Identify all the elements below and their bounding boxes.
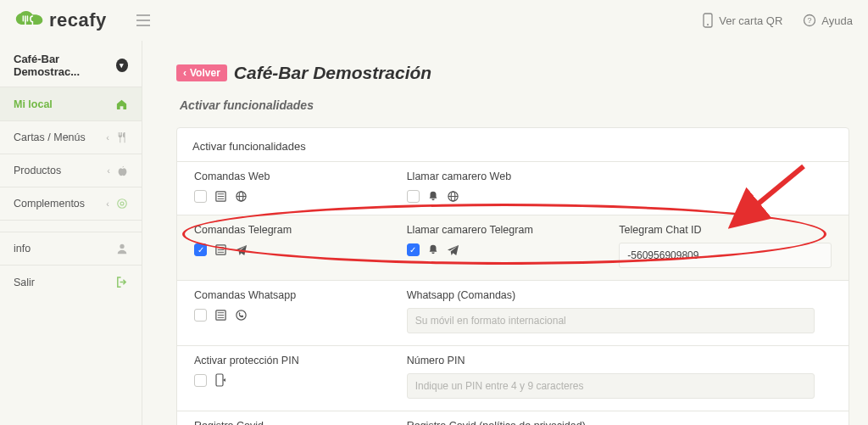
feature-row-pin: Activar protección PIN Número PIN (177, 345, 849, 411)
checkbox-pin[interactable] (194, 374, 207, 387)
whatsapp-icon (234, 308, 248, 322)
back-button[interactable]: ‹ Volver (176, 64, 227, 81)
checkbox-camarero-web[interactable] (407, 190, 420, 203)
checkbox-camarero-telegram[interactable]: ✓ (407, 243, 420, 256)
svg-point-7 (707, 24, 709, 25)
pin-input[interactable] (407, 373, 815, 399)
feature-row-covid: Registro Covid Registro Covid (política … (177, 411, 849, 425)
brand-name: recafy (49, 9, 107, 31)
globe-icon (234, 189, 248, 203)
location-name: Café-Bar Demostrac... (14, 53, 116, 78)
view-qr-menu-label: Ver carta QR (719, 14, 782, 27)
back-button-label: Volver (190, 67, 220, 79)
chevron-left-icon: ‹ (106, 132, 109, 143)
feature-row-web: Comandas Web Llamar camarero Web (177, 161, 849, 215)
feature-label: Activar protección PIN (194, 355, 407, 366)
feature-label: Comandas Whatsapp (194, 289, 407, 301)
nav-item-label: Productos (14, 165, 61, 176)
svg-point-31 (236, 310, 245, 319)
location-switcher[interactable]: Café-Bar Demostrac... ▾ (0, 41, 142, 87)
chevron-left-icon: ‹ (106, 199, 109, 209)
feature-label: Comandas Web (194, 171, 407, 182)
nav-item-mi-local[interactable]: Mi local (0, 87, 142, 120)
sidebar-toggle[interactable] (136, 14, 151, 26)
nav-item-label: Complementos (14, 198, 85, 210)
utensils-icon (116, 131, 128, 143)
bell-icon (426, 243, 440, 256)
feature-row-whatsapp: Comandas Whatsapp Whatsapp (Comandas) (177, 280, 849, 345)
help-icon: ? (803, 14, 816, 27)
checkbox-comandas-telegram[interactable]: ✓ (194, 243, 207, 256)
telegram-icon (234, 243, 248, 256)
svg-point-12 (120, 244, 124, 249)
main-content: ‹ Volver Café-Bar Demostración Activar f… (142, 41, 868, 425)
nav-item-label: Cartas / Menús (14, 131, 86, 143)
sidebar: Café-Bar Demostrac... ▾ Mi local Cartas … (0, 41, 142, 425)
list-icon (214, 243, 227, 256)
features-card: Activar funcionalidades Comandas Web Lla… (176, 127, 849, 425)
brand-logo: recafy (15, 9, 107, 31)
feature-label: Registro Covid (política de privacidad) (407, 420, 832, 425)
page-title: Café-Bar Demostración (234, 63, 431, 83)
checkbox-comandas-web[interactable] (194, 190, 207, 203)
device-icon (702, 13, 714, 28)
card-title: Activar funcionalidades (177, 140, 849, 161)
nav-item-label: Mi local (14, 98, 53, 110)
logout-icon (115, 276, 128, 288)
list-icon (214, 308, 227, 322)
svg-rect-32 (216, 374, 223, 386)
nav-item-label: Salir (14, 277, 35, 288)
view-qr-menu-link[interactable]: Ver carta QR (702, 13, 782, 28)
nav-item-cartas[interactable]: Cartas / Menús ‹ (0, 120, 142, 154)
feature-label: Llamar camarero Web (407, 171, 620, 182)
telegram-chat-id-input[interactable] (619, 243, 832, 268)
help-label: Ayuda (821, 14, 853, 27)
nav-item-info[interactable]: info (0, 232, 142, 265)
feature-label: Registro Covid (194, 420, 407, 425)
chevron-down-icon: ▾ (116, 59, 128, 72)
feature-label: Comandas Telegram (194, 224, 407, 236)
section-heading: Activar funcionalidades (180, 98, 849, 112)
globe-icon (447, 189, 460, 203)
list-icon (214, 189, 227, 203)
checkbox-comandas-whatsapp[interactable] (194, 309, 207, 322)
addon-icon (116, 198, 128, 210)
nav-item-complementos[interactable]: Complementos ‹ (0, 187, 142, 220)
device-lock-icon (214, 373, 227, 387)
chevron-left-icon: ‹ (107, 165, 110, 176)
top-bar: recafy Ver carta QR ? Ayuda (0, 0, 868, 41)
feature-label: Telegram Chat ID (619, 224, 832, 236)
help-link[interactable]: ? Ayuda (803, 14, 853, 27)
svg-text:?: ? (808, 16, 812, 25)
nav-item-label: info (14, 243, 31, 254)
svg-point-10 (118, 199, 127, 209)
feature-label: Llamar camarero Telegram (407, 224, 620, 236)
feature-row-telegram: Comandas Telegram ✓ Llamar camarero Tele… (177, 215, 849, 280)
user-icon (116, 243, 128, 254)
feature-label: Whatsapp (Comandas) (407, 289, 832, 301)
whatsapp-phone-input[interactable] (407, 308, 815, 333)
svg-point-11 (120, 202, 124, 205)
bell-icon (426, 189, 440, 203)
home-icon (115, 98, 128, 110)
brand-logo-icon (15, 10, 44, 31)
feature-label: Número PIN (407, 355, 832, 366)
apple-icon (117, 165, 128, 176)
nav-item-productos[interactable]: Productos ‹ (0, 154, 142, 187)
nav-item-salir[interactable]: Salir (0, 265, 142, 299)
chevron-left-icon: ‹ (183, 67, 186, 79)
telegram-icon (447, 243, 460, 256)
